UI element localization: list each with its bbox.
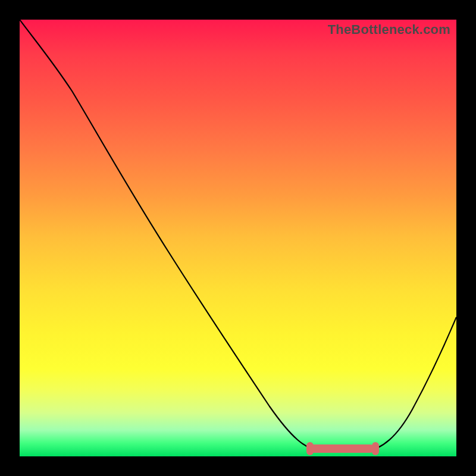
optimal-band [310,444,374,453]
optimal-band-right-cap [372,442,379,455]
curve-svg [20,20,456,456]
chart-frame: TheBottleneck.com [0,0,476,476]
optimal-band-left-cap [306,442,314,455]
plot-area: TheBottleneck.com [20,20,456,456]
bottleneck-curve-path [20,20,456,452]
